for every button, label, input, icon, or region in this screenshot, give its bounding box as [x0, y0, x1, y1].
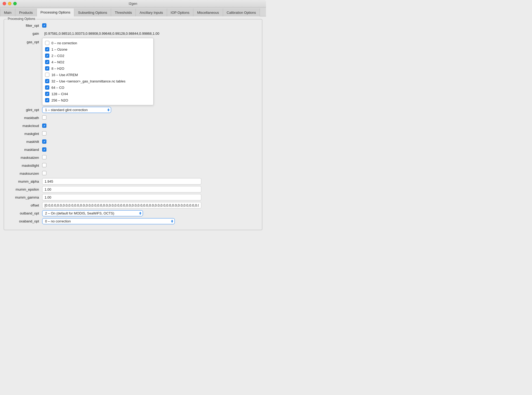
gas-opt-control: 0 – no correction 1 – Ozone 2 – CO2: [42, 38, 258, 105]
mumm-epsilon-input[interactable]: [42, 186, 201, 192]
gas-opt-item-2[interactable]: 2 – CO2: [42, 52, 153, 59]
gas-opt-checkbox-8[interactable]: [45, 66, 49, 71]
glint-opt-select[interactable]: 1 – standard glint correction: [42, 107, 111, 113]
gain-row: gain [0.97581,0.98510,1.00373,0.98908,0.…: [8, 30, 258, 37]
maskcloud-checkbox[interactable]: [42, 124, 46, 128]
tab-thresholds[interactable]: Thresholds: [111, 8, 136, 16]
gas-opt-checkbox-16[interactable]: [45, 73, 49, 77]
filter-opt-label: filter_opt: [8, 24, 42, 28]
maskglint-checkbox[interactable]: [42, 131, 46, 135]
maskglint-row: maskglint: [8, 130, 258, 137]
tab-miscellaneous[interactable]: Miscellaneous: [193, 8, 223, 16]
masksatzen-checkbox[interactable]: [42, 155, 46, 159]
gain-control: [0.97581,0.98510,1.00373,0.98908,0.99648…: [42, 32, 258, 36]
content-area: Processing Options filter_opt gain [0.97…: [0, 16, 266, 233]
masksatzen-row: masksatzen: [8, 154, 258, 161]
gas-opt-item-256[interactable]: 256 – N2O: [42, 97, 153, 103]
maskbath-row: maskbath: [8, 114, 258, 121]
gas-opt-popup: 0 – no correction 1 – Ozone 2 – CO2: [42, 38, 154, 105]
maskhilt-control: [42, 139, 258, 144]
gas-opt-checkbox-4[interactable]: [45, 60, 49, 64]
maskland-label: maskland: [8, 148, 42, 152]
mumm-alpha-input[interactable]: [42, 178, 201, 185]
maskcloud-row: maskcloud: [8, 122, 258, 129]
glint-opt-label: glint_opt: [8, 108, 42, 112]
gas-opt-checkbox-32[interactable]: [45, 79, 49, 83]
maskstlight-control: [42, 163, 258, 168]
tab-subsetting-options[interactable]: Subsetting Options: [74, 8, 111, 16]
outband-opt-control: 2 – On (default for MODIS, SeaWiFS, OCTS…: [42, 210, 258, 216]
mumm-alpha-label: mumm_alpha: [8, 179, 42, 183]
gas-opt-label-2: 2 – CO2: [51, 54, 64, 58]
outband-opt-row: outband_opt 2 – On (default for MODIS, S…: [8, 210, 258, 217]
glint-opt-control: 1 – standard glint correction: [42, 107, 258, 113]
oxaband-opt-control: 0 – no correction: [42, 218, 258, 224]
gas-opt-item-8[interactable]: 8 – H2O: [42, 65, 153, 72]
oxaband-opt-select-wrapper: 0 – no correction: [42, 218, 175, 224]
mumm-epsilon-label: mumm_epsilon: [8, 187, 42, 191]
gas-opt-label-4: 4 – NO2: [51, 60, 64, 64]
oxaband-opt-row: oxaband_opt 0 – no correction: [8, 218, 258, 225]
mumm-gamma-row: mumm_gamma: [8, 194, 258, 201]
gas-opt-label-8: 8 – H2O: [51, 67, 64, 71]
gas-opt-label-128: 128 – CH4: [51, 92, 68, 96]
outband-opt-select[interactable]: 2 – On (default for MODIS, SeaWiFS, OCTS…: [42, 210, 143, 216]
gas-opt-checkbox-64[interactable]: [45, 85, 49, 90]
gas-opt-label-64: 64 – CO: [51, 86, 64, 90]
mumm-alpha-row: mumm_alpha: [8, 178, 258, 185]
masksunzen-label: masksunzen: [8, 172, 42, 175]
minimize-button[interactable]: [8, 2, 11, 5]
gas-opt-item-0[interactable]: 0 – no correction: [42, 40, 153, 46]
maskbath-label: maskbath: [8, 116, 42, 120]
mumm-epsilon-row: mumm_epsilon: [8, 186, 258, 193]
offset-input[interactable]: [42, 202, 201, 208]
filter-opt-checkbox[interactable]: [42, 23, 46, 28]
gas-opt-item-32[interactable]: 32 – Use <sensor>_gas_transmittance.nc t…: [42, 78, 153, 84]
filter-opt-row: filter_opt: [8, 22, 258, 29]
masksunzen-checkbox[interactable]: [42, 171, 46, 175]
gas-opt-item-128[interactable]: 128 – CH4: [42, 91, 153, 97]
mumm-gamma-label: mumm_gamma: [8, 195, 42, 199]
gas-opt-checkbox-1[interactable]: [45, 47, 49, 51]
gain-value: [0.97581,0.98510,1.00373,0.98908,0.99648…: [42, 31, 162, 36]
tab-processing-options[interactable]: Processing Options: [37, 8, 75, 16]
maskbath-checkbox[interactable]: [42, 115, 46, 120]
offset-row: offset: [8, 202, 258, 209]
tab-products[interactable]: Products: [15, 8, 37, 16]
close-button[interactable]: [3, 2, 6, 5]
maskglint-label: maskglint: [8, 132, 42, 136]
tab-iop-options[interactable]: IOP Options: [167, 8, 194, 16]
glint-opt-select-wrapper: 1 – standard glint correction: [42, 107, 111, 113]
mumm-alpha-control: [42, 178, 258, 185]
gas-opt-checkbox-2[interactable]: [45, 54, 49, 58]
maskcloud-label: maskcloud: [8, 124, 42, 128]
outband-opt-select-wrapper: 2 – On (default for MODIS, SeaWiFS, OCTS…: [42, 210, 143, 216]
maskglint-control: [42, 131, 258, 136]
maskland-row: maskland: [8, 146, 258, 153]
tab-calibration-options[interactable]: Calibration Options: [223, 8, 260, 16]
tab-ancillary-inputs[interactable]: Ancillary Inputs: [136, 8, 167, 16]
tab-main[interactable]: Main: [0, 8, 15, 16]
window-title: l2gen: [129, 2, 137, 6]
gas-opt-checkbox-256[interactable]: [45, 98, 49, 102]
gas-opt-item-64[interactable]: 64 – CO: [42, 84, 153, 91]
maskstlight-row: maskstlight: [8, 162, 258, 169]
masksunzen-control: [42, 171, 258, 176]
maskland-checkbox[interactable]: [42, 147, 46, 152]
gas-opt-checkbox-128[interactable]: [45, 92, 49, 96]
gas-opt-label-16: 16 – Use ATREM: [51, 73, 78, 77]
maskstlight-checkbox[interactable]: [42, 163, 46, 167]
gas-opt-item-4[interactable]: 4 – NO2: [42, 59, 153, 65]
maskhilt-checkbox[interactable]: [42, 139, 46, 144]
outband-opt-label: outband_opt: [8, 211, 42, 215]
gas-opt-label-256: 256 – N2O: [51, 98, 68, 102]
maximize-button[interactable]: [13, 2, 17, 5]
gas-opt-item-1[interactable]: 1 – Ozone: [42, 46, 153, 52]
mumm-gamma-input[interactable]: [42, 194, 201, 200]
gas-opt-item-16[interactable]: 16 – Use ATREM: [42, 72, 153, 78]
gas-opt-label-1: 1 – Ozone: [51, 47, 67, 51]
oxaband-opt-select[interactable]: 0 – no correction: [42, 218, 175, 224]
filter-opt-control: [42, 23, 258, 28]
gas-opt-checkbox-0[interactable]: [45, 41, 49, 45]
masksatzen-control: [42, 155, 258, 160]
